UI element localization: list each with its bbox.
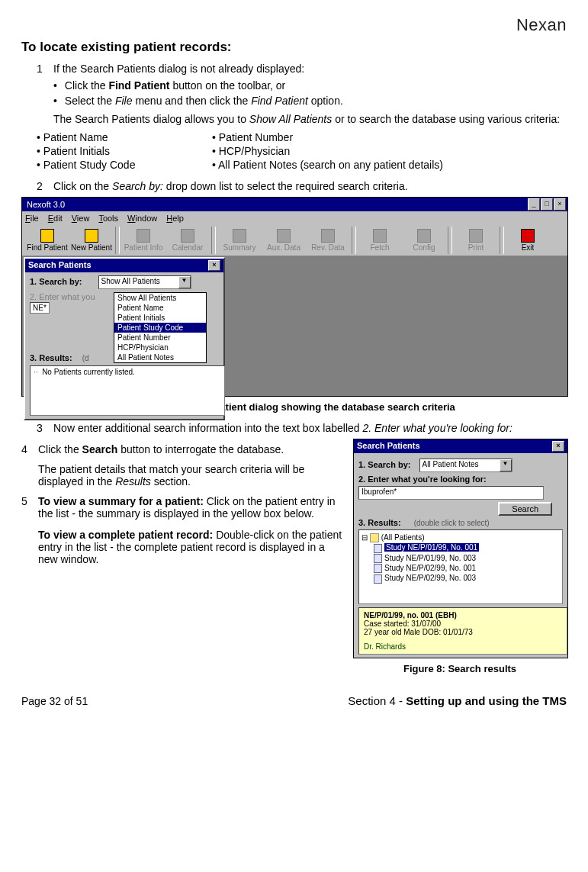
section-heading: To locate existing patient records:	[21, 40, 567, 55]
menu-window[interactable]: Window	[127, 214, 157, 223]
close-icon[interactable]: ×	[208, 260, 220, 271]
config-button: Config	[402, 229, 446, 252]
panel-titlebar[interactable]: Search Patients ×	[354, 439, 567, 453]
enter-label: 2. Enter what you're looking for:	[358, 475, 487, 484]
step-number: 4	[21, 443, 38, 487]
step-number: 1	[37, 63, 53, 75]
menu-help[interactable]: Help	[166, 214, 184, 223]
maximize-icon[interactable]: □	[541, 198, 553, 211]
calendar-button: Calendar	[165, 229, 210, 252]
summary-box: NE/P/01/99, no. 001 (EBH) Case started: …	[358, 607, 567, 655]
figure-8-screenshot: Search Patients × 1. Search by: All Pati…	[353, 439, 568, 658]
step-number: 3	[37, 422, 53, 434]
close-icon[interactable]: ×	[554, 198, 566, 211]
menu-view[interactable]: View	[72, 214, 90, 223]
step-number: 5	[21, 495, 38, 565]
file-icon	[374, 564, 382, 573]
dropdown-option-selected[interactable]: Patient Study Code	[114, 323, 206, 333]
section-label: Section 4 - Setting up and using the TMS	[348, 694, 567, 707]
exit-button[interactable]: Exit	[506, 229, 550, 252]
substep: • Select the File menu and then click th…	[53, 95, 567, 107]
tree-item[interactable]: Study NE/P/02/99, No. 001	[374, 564, 560, 573]
panel-titlebar[interactable]: Search Patients ×	[25, 259, 223, 272]
chevron-down-icon[interactable]: ▼	[178, 276, 191, 288]
figure-caption: Figure 8: Search results	[353, 663, 567, 674]
step-text: Now enter additional search information …	[53, 422, 567, 434]
search-by-dropdown[interactable]: Show All Patients ▼	[98, 275, 191, 289]
dropdown-option[interactable]: Patient Number	[114, 333, 206, 343]
file-icon	[374, 544, 382, 553]
enter-label: 2. Enter what you	[30, 292, 95, 301]
dropdown-option[interactable]: Show All Patients	[114, 293, 206, 303]
tree-item[interactable]: Study NE/P/01/99, No. 001	[374, 543, 560, 552]
results-label: 3. Results:	[358, 518, 401, 527]
step-text: If the Search Patients dialog is not alr…	[53, 63, 567, 75]
print-button: Print	[454, 229, 498, 252]
menu-tools[interactable]: Tools	[98, 214, 118, 223]
step-text: Click the Search button to interrogate t…	[38, 443, 342, 487]
step-text: Click on the Search by: drop down list t…	[53, 180, 567, 192]
search-by-dropdown-list[interactable]: Show All Patients Patient Name Patient I…	[114, 292, 207, 363]
results-hint: (double click to select)	[414, 519, 490, 527]
figure-7-screenshot: Nexoft 3.0 _ □ × File Edit View Tools Wi…	[21, 197, 568, 397]
tree-item[interactable]: Study NE/P/02/99, No. 003	[374, 574, 560, 583]
window-title: Nexoft 3.0	[24, 200, 527, 209]
page-footer: Page 32 of 51 Section 4 - Setting up and…	[21, 694, 567, 707]
substep: • Click the Find Patient button on the t…	[53, 79, 567, 92]
patient-info-button: Patient Info	[121, 229, 165, 252]
summary-header: NE/P/01/99, no. 001 (EBH)	[364, 611, 562, 619]
minimize-icon[interactable]: _	[528, 198, 540, 211]
criteria-list: • Patient Name • Patient Initials • Pati…	[37, 130, 567, 172]
tree-item[interactable]: Study NE/P/01/99, No. 003	[374, 554, 560, 563]
aux-data-button: Aux. Data	[262, 229, 306, 252]
menu-edit[interactable]: Edit	[48, 214, 63, 223]
dropdown-option[interactable]: Patient Name	[114, 303, 206, 313]
file-icon	[374, 554, 382, 563]
search-input[interactable]: Ibuprofen*	[358, 486, 544, 500]
results-tree[interactable]: ⊟ (All Patients) Study NE/P/01/99, No. 0…	[358, 529, 563, 604]
close-icon[interactable]: ×	[552, 441, 564, 452]
dropdown-option[interactable]: HCP/Physician	[114, 343, 206, 352]
paragraph: The Search Patients dialog allows you to…	[53, 113, 567, 125]
rev-data-button: Rev. Data	[306, 229, 350, 252]
brand-logo: Nexan	[21, 15, 567, 35]
step-text: To view a summary for a patient: Click o…	[38, 495, 342, 565]
file-icon	[374, 574, 382, 584]
search-input[interactable]: NE*	[30, 302, 50, 314]
results-hint: (d	[82, 354, 89, 362]
results-list[interactable]: ·· No Patients currently listed.	[30, 365, 225, 416]
folder-icon	[370, 533, 379, 542]
chevron-down-icon[interactable]: ▼	[500, 459, 512, 471]
new-patient-button[interactable]: New Patient	[69, 229, 114, 252]
dropdown-option[interactable]: Patient Initials	[114, 313, 206, 323]
menu-file[interactable]: File	[25, 214, 39, 223]
search-by-dropdown[interactable]: All Patient Notes ▼	[419, 459, 512, 472]
step-number: 2	[37, 180, 53, 192]
search-by-label: 1. Search by:	[358, 460, 410, 469]
search-by-label: 1. Search by:	[30, 277, 82, 286]
toolbar: Find Patient New Patient Patient Info Ca…	[22, 225, 567, 256]
search-patients-panel: Search Patients × 1. Search by: Show All…	[24, 257, 225, 420]
dropdown-option[interactable]: All Patient Notes	[114, 352, 206, 362]
page-number: Page 32 of 51	[21, 695, 88, 707]
summary-button: Summary	[217, 229, 262, 252]
find-patient-button[interactable]: Find Patient	[25, 229, 69, 252]
results-label: 3. Results:	[30, 353, 72, 362]
window-titlebar[interactable]: Nexoft 3.0 _ □ ×	[22, 198, 567, 211]
menu-bar[interactable]: File Edit View Tools Window Help	[22, 211, 567, 225]
search-button[interactable]: Search	[498, 502, 552, 516]
fetch-button: Fetch	[358, 229, 402, 252]
